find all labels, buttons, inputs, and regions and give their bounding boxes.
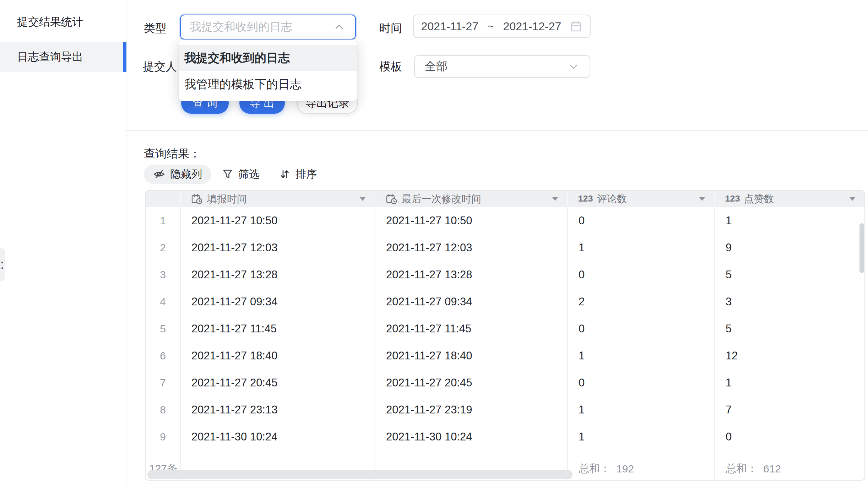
cell-likes: 9 xyxy=(714,234,864,261)
cell-comments: 2 xyxy=(567,288,714,315)
vertical-scrollbar[interactable] xyxy=(859,223,864,273)
row-index: 4 xyxy=(146,288,180,315)
option-label: 我管理的模板下的日志 xyxy=(184,76,302,92)
dropdown-option-my-submitted-received[interactable]: 我提交和收到的日志 xyxy=(179,45,357,71)
dropdown-option-my-managed-templates[interactable]: 我管理的模板下的日志 xyxy=(179,71,357,97)
cell-fill-time: 2021-11-27 23:13 xyxy=(180,396,375,423)
sidebar-collapse-handle[interactable] xyxy=(0,247,5,282)
column-header-comments[interactable]: 123 评论数 xyxy=(567,191,714,207)
type-label: 类型 xyxy=(144,21,167,36)
table-row: 8 2021-11-27 23:13 2021-11-27 23:19 1 7 xyxy=(146,396,864,423)
index-column-header xyxy=(146,191,180,207)
time-label: 时间 xyxy=(379,21,402,36)
cell-likes: 1 xyxy=(714,207,864,234)
calendar-clock-icon xyxy=(385,193,397,205)
sidebar-item-submit-statistics[interactable]: 提交结果统计 xyxy=(0,7,126,37)
sort-button[interactable]: 排序 xyxy=(279,165,317,184)
cell-likes: 1 xyxy=(714,369,864,396)
results-table: 填报时间 最后一次修改时间 123 评论数 xyxy=(145,190,865,481)
table-row: 1 2021-11-27 10:50 2021-11-27 10:50 0 1 xyxy=(146,207,864,234)
sidebar: 提交结果统计 日志查询导出 xyxy=(0,0,126,487)
cell-likes: 5 xyxy=(714,315,864,342)
row-index: 3 xyxy=(146,261,180,288)
number-field-icon: 123 xyxy=(578,194,593,204)
cell-fill-time: 2021-11-27 11:45 xyxy=(180,315,375,342)
table-header-row: 填报时间 最后一次修改时间 123 评论数 xyxy=(146,191,864,207)
cell-likes: 5 xyxy=(714,261,864,288)
results-title: 查询结果： xyxy=(144,146,201,162)
sidebar-item-label: 提交结果统计 xyxy=(17,15,83,30)
sidebar-item-log-query-export[interactable]: 日志查询导出 xyxy=(0,42,126,72)
cell-comments: 0 xyxy=(567,369,714,396)
cell-likes: 7 xyxy=(714,396,864,423)
funnel-icon xyxy=(222,168,233,180)
cell-fill-time: 2021-11-27 12:03 xyxy=(180,234,375,261)
end-date: 2021-12-27 xyxy=(503,20,562,33)
template-select-value: 全部 xyxy=(425,59,568,74)
column-header-fill-time[interactable]: 填报时间 xyxy=(180,191,375,207)
hide-columns-label: 隐藏列 xyxy=(170,167,202,182)
cell-modify-time: 2021-11-27 10:50 xyxy=(375,207,567,234)
type-select-placeholder: 我提交和收到的日志 xyxy=(190,19,333,35)
type-select-dropdown: 我提交和收到的日志 我管理的模板下的日志 xyxy=(179,40,357,101)
sum-label: 总和： xyxy=(726,461,758,476)
horizontal-scrollbar[interactable] xyxy=(147,470,573,479)
row-index: 6 xyxy=(146,342,180,369)
column-label: 最后一次修改时间 xyxy=(402,192,481,206)
template-label: 模板 xyxy=(379,59,402,75)
column-header-likes[interactable]: 123 点赞数 xyxy=(714,191,864,207)
type-select[interactable]: 我提交和收到的日志 xyxy=(180,15,356,39)
column-header-modify-time[interactable]: 最后一次修改时间 xyxy=(375,191,567,207)
cell-comments: 1 xyxy=(567,396,714,423)
row-index: 7 xyxy=(146,369,180,396)
cell-fill-time: 2021-11-27 13:28 xyxy=(180,261,375,288)
column-label: 点赞数 xyxy=(744,192,774,206)
cell-comments: 1 xyxy=(567,234,714,261)
table-row: 7 2021-11-27 20:45 2021-11-27 20:45 0 1 xyxy=(146,369,864,396)
cell-modify-time: 2021-11-27 23:19 xyxy=(375,396,567,423)
sort-arrows-icon xyxy=(279,168,291,180)
date-range-picker[interactable]: 2021-11-27 ~ 2021-12-27 xyxy=(413,15,591,38)
filter-button[interactable]: 筛选 xyxy=(222,165,260,184)
table-row-partial xyxy=(146,450,864,457)
number-field-icon: 123 xyxy=(725,194,740,204)
row-index: 1 xyxy=(146,207,180,234)
grip-dot-icon xyxy=(1,262,3,263)
cell-modify-time: 2021-11-27 12:03 xyxy=(375,234,567,261)
table-row: 3 2021-11-27 13:28 2021-11-27 13:28 0 5 xyxy=(146,261,864,288)
eye-slash-icon xyxy=(153,168,165,180)
sidebar-item-label: 日志查询导出 xyxy=(17,49,83,64)
cell-modify-time: 2021-11-27 13:28 xyxy=(375,261,567,288)
cell-comments: 1 xyxy=(567,423,714,450)
cell-modify-time: 2021-11-27 11:45 xyxy=(375,315,567,342)
sum-value: 612 xyxy=(763,463,781,475)
cell-likes: 0 xyxy=(714,423,864,450)
cell-likes: 12 xyxy=(714,342,864,369)
calendar-icon xyxy=(570,20,582,33)
hide-columns-button[interactable]: 隐藏列 xyxy=(144,165,211,184)
column-menu-triangle-icon[interactable] xyxy=(360,197,365,201)
cell-modify-time: 2021-11-27 09:34 xyxy=(375,288,567,315)
table-row: 9 2021-11-30 10:24 2021-11-30 10:24 1 0 xyxy=(146,423,864,450)
cell-fill-time: 2021-11-27 20:45 xyxy=(180,369,375,396)
cell-likes: 3 xyxy=(714,288,864,315)
option-label: 我提交和收到的日志 xyxy=(184,50,290,66)
sort-label: 排序 xyxy=(295,167,317,182)
chevron-up-icon xyxy=(333,21,345,33)
log-query-export-page: 提交结果统计 日志查询导出 类型 我提交和收到的日志 时间 2021-11-27… xyxy=(0,0,868,487)
column-menu-triangle-icon[interactable] xyxy=(850,197,855,201)
cell-fill-time: 2021-11-27 18:40 xyxy=(180,342,375,369)
cell-comments: 0 xyxy=(567,207,714,234)
cell-modify-time: 2021-11-27 20:45 xyxy=(375,369,567,396)
filter-label: 筛选 xyxy=(238,167,260,182)
chevron-down-icon xyxy=(568,60,580,73)
row-index: 2 xyxy=(146,234,180,261)
panel-divider xyxy=(126,130,868,131)
column-menu-triangle-icon[interactable] xyxy=(699,197,705,201)
calendar-clock-icon xyxy=(191,193,203,205)
date-range-separator: ~ xyxy=(488,20,494,32)
column-menu-triangle-icon[interactable] xyxy=(552,197,558,201)
column-label: 评论数 xyxy=(597,192,627,206)
likes-sum: 总和： 612 xyxy=(714,457,864,480)
template-select[interactable]: 全部 xyxy=(414,55,590,78)
